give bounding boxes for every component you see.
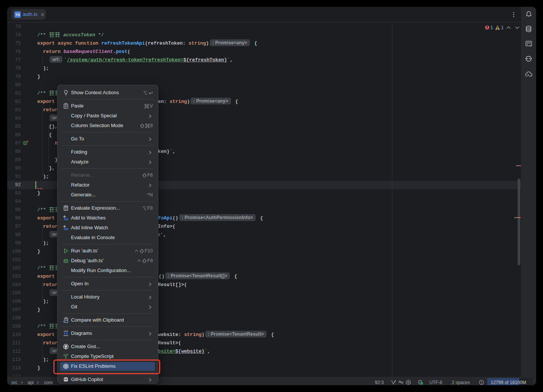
- svg-text:TS: TS: [16, 13, 20, 17]
